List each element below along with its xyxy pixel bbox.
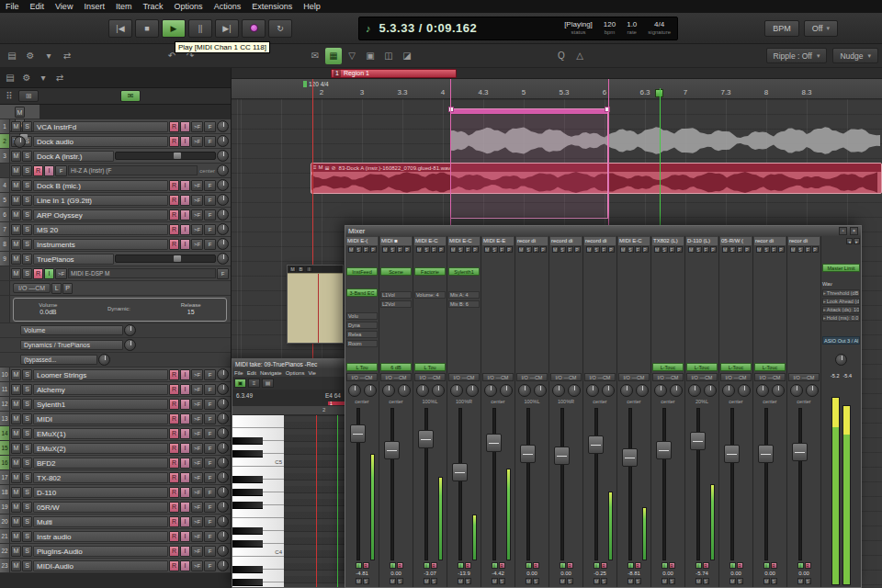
strip-input-button[interactable]: I [356, 562, 362, 569]
grip-icon[interactable]: ⠿ [3, 91, 16, 101]
input-monitor-button[interactable]: I [180, 195, 190, 206]
width-knob[interactable] [382, 384, 395, 397]
pan-knob[interactable] [217, 545, 229, 557]
close-icon[interactable]: × [850, 227, 858, 235]
strip-p-button[interactable]: P [710, 246, 717, 253]
fader-handle[interactable] [588, 435, 604, 454]
track-name[interactable]: Instruments [33, 239, 168, 250]
track-name[interactable]: ARP Odyssey [33, 209, 168, 220]
mute-button[interactable]: M [11, 413, 21, 424]
plugin-b-button[interactable]: B [298, 266, 304, 272]
track-name[interactable]: TruePianos [33, 254, 114, 265]
strip-p-button[interactable]: P [370, 246, 377, 253]
piano-black-key[interactable] [232, 527, 263, 535]
record-arm-button[interactable]: R [169, 209, 179, 220]
track-name[interactable]: D-110 [33, 487, 168, 498]
strip-f-button[interactable]: F [737, 246, 743, 253]
mute-button[interactable]: M [11, 399, 21, 410]
region-bar[interactable]: 1 Region 1 [331, 69, 457, 78]
fx-param-slot[interactable]: Volume: 4 [414, 291, 446, 299]
solo-button[interactable]: S [22, 195, 32, 206]
fader-handle[interactable] [554, 447, 570, 465]
mute-button[interactable]: M [11, 443, 21, 454]
fx-chain-button[interactable]: >F [191, 195, 203, 206]
pan-knob[interactable] [217, 120, 229, 132]
fx-chain-button[interactable]: >F [191, 399, 203, 410]
track-name[interactable]: EMuX(1) [33, 428, 168, 439]
strip-name[interactable]: D-110 (L) [686, 237, 718, 245]
settings-gear-icon[interactable]: ⚙ [22, 48, 39, 64]
fx-param-slot[interactable]: Mix A: 4 [448, 291, 480, 299]
pan-knob[interactable] [568, 384, 581, 397]
routing-window-icon[interactable]: ⇄ [53, 73, 66, 83]
fx-chain-button[interactable]: >F [191, 384, 203, 395]
menu-track[interactable]: Track [137, 2, 168, 11]
input-monitor-button[interactable]: I [180, 399, 190, 410]
strip-mute-button[interactable]: M [695, 578, 702, 584]
strip-record-button[interactable]: R [601, 562, 607, 569]
input-monitor-button[interactable]: I [180, 546, 190, 557]
master-pan-knob[interactable] [835, 354, 847, 366]
input-monitor-button[interactable]: I [180, 209, 190, 220]
envelope-visibility-button[interactable]: ✉ [120, 90, 141, 102]
input-monitor-button[interactable]: I [180, 502, 190, 513]
strip-io-button[interactable]: I/O —CM [516, 373, 548, 381]
mixer-title-bar[interactable]: Mixer ▫ × [345, 226, 861, 236]
fx-param-slot[interactable]: Mix B: 6 [448, 300, 480, 308]
strip-solo-button[interactable]: S [771, 578, 777, 584]
volume-slider[interactable] [115, 254, 216, 263]
strip-solo-button[interactable]: S [363, 578, 369, 584]
strip-input-button[interactable]: I [526, 562, 532, 569]
strip-f-button[interactable]: F [805, 246, 811, 253]
mute-button[interactable]: M [11, 224, 21, 235]
fx-chain-button[interactable]: >F [191, 209, 203, 220]
input-monitor-button[interactable]: I [180, 121, 190, 132]
fader-handle[interactable] [656, 441, 672, 459]
pan-knob[interactable] [217, 560, 229, 571]
fx-button[interactable]: F [204, 516, 216, 527]
fx-insert-button[interactable]: 3-Band EC [346, 288, 378, 297]
envelope-knob[interactable] [124, 339, 136, 351]
fx-param-slot[interactable]: Volu [346, 312, 378, 320]
solo-button[interactable]: S [22, 151, 32, 162]
strip-p-button[interactable]: P [506, 246, 513, 253]
strip-f-button[interactable]: F [397, 246, 403, 253]
input-monitor-button[interactable]: I [180, 443, 190, 454]
strip-input-button[interactable]: I [560, 562, 566, 569]
fx-button[interactable]: F [204, 531, 216, 542]
solo-button[interactable]: S [22, 560, 32, 571]
strip-m-button[interactable]: M [722, 246, 729, 253]
track-name[interactable]: MIDI-Audio [33, 560, 168, 571]
master-param-row[interactable]: ▸Threshold (dB [822, 289, 860, 297]
piano-black-key[interactable] [232, 437, 263, 445]
fx-chain-button[interactable]: >F [191, 136, 203, 147]
strip-io-button[interactable]: I/O —CM [652, 373, 684, 381]
pan-knob[interactable] [217, 150, 229, 162]
solo-button[interactable]: S [22, 369, 32, 380]
strip-s-button[interactable]: S [695, 246, 702, 253]
strip-name[interactable]: MIDI E-C [414, 237, 446, 245]
midi-title-bar[interactable]: MIDI take: 09-TruePianos -Rec [232, 359, 345, 368]
strip-s-button[interactable]: S [763, 246, 770, 253]
strip-m-button[interactable]: M [518, 246, 525, 253]
strip-name[interactable]: record di [584, 237, 616, 245]
master-output-button[interactable]: ASIO Out 3 / Al [822, 336, 860, 345]
strip-solo-button[interactable]: S [805, 578, 811, 584]
solo-button[interactable]: S [22, 487, 32, 498]
strip-input-button[interactable]: I [763, 562, 770, 569]
menu-item[interactable]: Item [110, 2, 138, 11]
pan-knob[interactable] [432, 384, 445, 397]
transport-time-panel[interactable]: ♪ 5.3.33 / 0:09.162 [Playing] status 120… [358, 17, 678, 40]
nudge-dropdown[interactable]: Nudge ▾ [832, 48, 878, 63]
fx-plugin-window[interactable]: MBI [287, 265, 344, 344]
midi-editor-window[interactable]: MIDI take: 09-TruePianos -Rec FileEditNa… [232, 358, 345, 588]
record-arm-button[interactable]: R [169, 516, 179, 527]
strip-m-button[interactable]: M [654, 246, 661, 253]
solo-button[interactable]: S [22, 239, 32, 250]
menu-edit[interactable]: Edit [25, 2, 51, 11]
track-number[interactable]: 14 [0, 426, 10, 440]
volume-slider[interactable] [115, 152, 216, 160]
fx-param-slot[interactable]: Dyna [346, 322, 378, 329]
midi-menu-file[interactable]: File [234, 370, 243, 376]
fx-chain-button[interactable]: >F [191, 121, 203, 132]
